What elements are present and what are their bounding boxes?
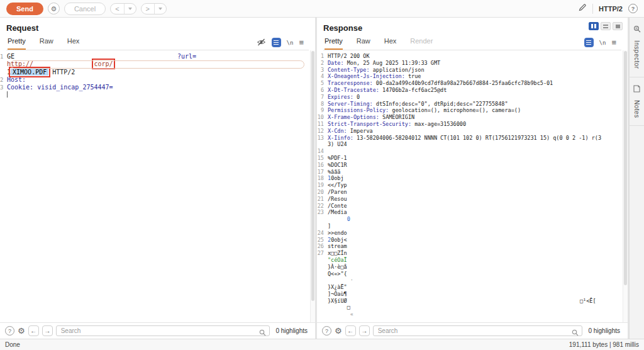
search-next-button[interactable]: →: [359, 325, 370, 336]
newline-toggle-icon[interactable]: \n: [287, 40, 294, 46]
search-help-icon[interactable]: ?: [5, 326, 14, 336]
line-number: 8: [317, 101, 328, 108]
line-number: 1: [0, 53, 7, 60]
code-line: 10X-Frame-Options: SAMEORIGIN: [317, 114, 628, 121]
code-line: 22/Conte: [317, 203, 628, 210]
line-number: 21: [317, 196, 328, 203]
line-number: 1: [317, 53, 328, 60]
sidebar-tab-notes[interactable]: Notes: [630, 77, 644, 127]
line-number: 20: [317, 189, 328, 196]
code-line: 1HTTP/2 200 OK: [317, 53, 628, 60]
request-search-input[interactable]: [56, 325, 270, 336]
line-number: 19: [317, 182, 328, 189]
response-searchbar: ? ⚙ ← → 0 highlights: [317, 322, 628, 339]
tab-request-raw[interactable]: Raw: [40, 37, 53, 50]
toolbar-divider: [592, 4, 593, 14]
line-number: 17: [317, 169, 328, 176]
hide-nonprintable-icon[interactable]: [257, 38, 266, 47]
line-number: 7: [317, 94, 328, 101]
forward-request-button[interactable]: >: [142, 4, 154, 14]
code-line: 2Date: Mon, 25 Aug 2025 11:39:33 GMT: [317, 60, 628, 67]
code-line: 15%PDF-1: [317, 155, 628, 162]
search-help-icon[interactable]: ?: [322, 326, 331, 336]
back-request-group: <: [110, 3, 136, 14]
notes-label: Notes: [633, 100, 640, 118]
tab-request-pretty[interactable]: Pretty: [8, 37, 26, 50]
tab-response-render[interactable]: Render: [410, 37, 433, 50]
line-number: 3: [0, 84, 7, 91]
search-settings-gear-icon[interactable]: ⚙: [18, 326, 25, 336]
line-number: [317, 141, 328, 148]
prettify-toggle-icon[interactable]: [584, 38, 594, 47]
forward-request-dropdown[interactable]: [154, 4, 166, 14]
request-scrollbar[interactable]: [310, 50, 315, 322]
prettify-toggle-icon[interactable]: [272, 38, 281, 47]
response-editor[interactable]: 1HTTP/2 200 OK2Date: Mon, 25 Aug 2025 11…: [317, 50, 628, 322]
code-line: 1XIMOO.PDF HTTP/2: [0, 69, 315, 76]
response-scrollbar[interactable]: [623, 50, 628, 322]
tab-response-hex[interactable]: Hex: [384, 37, 397, 50]
code-line: 12X-Cdn: Imperva: [317, 128, 628, 135]
search-prev-button[interactable]: ←: [345, 325, 356, 336]
response-overflow-text: □¹<Ê[: [580, 298, 596, 305]
newline-toggle-icon[interactable]: \n: [599, 40, 606, 46]
line-number: [317, 284, 328, 291]
search-prev-button[interactable]: ←: [28, 325, 39, 336]
forward-request-group: >: [141, 3, 167, 14]
send-button[interactable]: Send: [6, 3, 43, 15]
line-number: [317, 223, 328, 230]
code-line: 27x□□ZÍn: [317, 250, 628, 257]
line-number: 25: [317, 237, 328, 244]
layout-single-icon[interactable]: [613, 22, 623, 30]
code-line: 4X-Oneagent-Js-Injection: true: [317, 73, 628, 80]
line-number: 4: [317, 73, 328, 80]
edit-pencil-icon[interactable]: [578, 3, 587, 14]
tab-response-raw[interactable]: Raw: [357, 37, 370, 50]
line-number: [0, 60, 7, 68]
line-number: [317, 298, 328, 305]
tab-response-pretty[interactable]: Pretty: [325, 37, 343, 50]
inspector-icon: [633, 24, 641, 35]
send-settings-gear-icon[interactable]: ⚙: [48, 3, 60, 14]
line-number: [317, 216, 328, 223]
code-line: 9Permissions-Policy: geolocation=(), mic…: [317, 107, 628, 114]
search-next-button[interactable]: →: [42, 325, 53, 336]
code-line: [0, 91, 315, 99]
editor-menu-icon[interactable]: ≡: [299, 40, 304, 46]
line-number: 5: [317, 80, 328, 87]
cancel-button[interactable]: Cancel: [64, 3, 106, 15]
back-request-dropdown[interactable]: [124, 4, 136, 14]
code-line: 0: [317, 216, 628, 223]
request-panel: Request Pretty Raw Hex \n ≡ 1GE: [0, 18, 315, 339]
code-line: 16%DOC1R: [317, 162, 628, 169]
search-settings-gear-icon[interactable]: ⚙: [335, 326, 342, 336]
line-number: [317, 264, 328, 271]
protocol-label: HTTP/2: [599, 5, 623, 13]
code-line: http:// corp/: [0, 60, 315, 68]
line-number: [0, 69, 7, 76]
scrollbar-thumb[interactable]: [311, 51, 314, 301]
line-number: 27: [317, 250, 328, 257]
code-line: 3Content-Type: application/json: [317, 67, 628, 74]
layout-rows-icon[interactable]: [601, 22, 611, 30]
editor-menu-icon[interactable]: ≡: [611, 40, 616, 46]
scrollbar-thumb[interactable]: [624, 51, 627, 285]
help-icon[interactable]: ?: [628, 4, 638, 13]
code-line: 8Server-Timing: dtSInfo;desc="0", dtRpid…: [317, 101, 628, 108]
code-line: 11Strict-Transport-Security: max-age=315…: [317, 121, 628, 128]
repeater-toolbar: Send ⚙ Cancel < > HTTP/2 ?: [0, 0, 644, 18]
tab-request-hex[interactable]: Hex: [67, 37, 80, 50]
response-header: Response Pretty Raw Hex Render \n ≡: [317, 18, 628, 50]
code-line: ]¬Òaù¶: [317, 291, 628, 298]
lines-glyph: [274, 42, 279, 43]
toolbar-right-group: HTTP/2 ?: [578, 3, 638, 14]
sidebar-tab-inspector[interactable]: Inspector: [630, 18, 644, 77]
code-line: Q<«>"{: [317, 271, 628, 278]
layout-columns-icon[interactable]: [589, 22, 599, 30]
code-line: }X¿àË": [317, 284, 628, 291]
line-number: 9: [317, 107, 328, 114]
response-search-input[interactable]: [373, 325, 583, 336]
request-editor[interactable]: 1GE ?url=http:// corp/1XIMOO.PDF HTTP/22…: [0, 50, 315, 322]
back-request-button[interactable]: <: [111, 4, 123, 14]
code-line: 7Expires: 0: [317, 94, 628, 101]
